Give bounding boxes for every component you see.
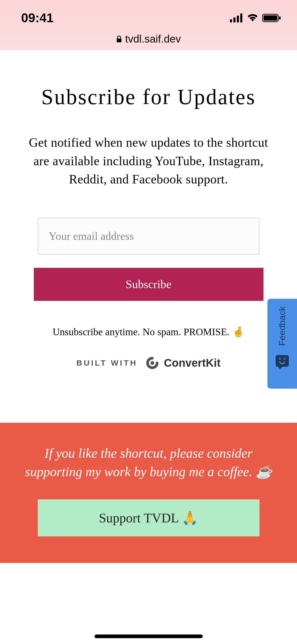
svg-rect-3 [240,13,242,22]
feedback-tab[interactable]: Feedback [267,299,297,389]
svg-rect-6 [279,16,281,20]
svg-rect-5 [263,15,277,21]
subscribe-button[interactable]: Subscribe [34,268,263,301]
url-bar[interactable]: tvdl.saif.dev [0,33,297,45]
support-section: If you like the shortcut, please conside… [0,423,297,563]
wifi-icon [246,13,259,22]
email-field[interactable] [38,218,260,255]
convertkit-icon [145,356,159,370]
convertkit-logo[interactable]: ConvertKit [145,356,221,370]
svg-rect-0 [230,19,232,22]
page-subtitle: Get notified when new updates to the sho… [26,133,271,188]
main-content: Subscribe for Updates Get notified when … [0,50,297,370]
feedback-label: Feedback [277,306,287,346]
cellular-icon [230,13,243,22]
svg-rect-1 [233,17,235,22]
svg-point-8 [150,361,154,365]
status-time: 09:41 [21,11,54,25]
battery-icon [262,13,281,22]
status-icons [230,13,281,22]
disclaimer-text: Unsubscribe anytime. No spam. PROMISE. 🤞 [26,326,271,338]
browser-chrome: 09:41 tvdl.saif.dev [0,0,297,50]
support-text: If you like the shortcut, please conside… [16,444,281,481]
chat-icon [276,355,289,367]
convertkit-text: ConvertKit [164,357,221,369]
support-button[interactable]: Support TVDL 🙏 [38,499,260,536]
svg-rect-2 [237,16,239,22]
svg-rect-7 [117,39,121,42]
url-text: tvdl.saif.dev [125,33,181,45]
built-with: BUILT WITH ConvertKit [26,356,271,370]
status-bar: 09:41 [0,0,297,25]
page-heading: Subscribe for Updates [26,85,271,109]
home-indicator[interactable] [95,634,203,638]
built-with-label: BUILT WITH [77,358,138,367]
lock-icon [116,36,122,43]
